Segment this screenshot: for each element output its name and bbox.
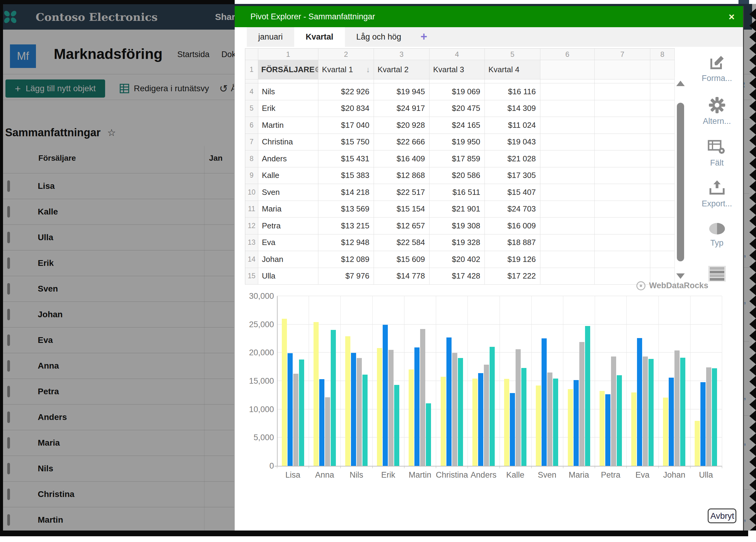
pivot-column-header[interactable]: Kvartal 2 <box>374 60 429 79</box>
grid-value-cell[interactable]: $19 308 <box>429 218 485 234</box>
bar-kvartal-2[interactable] <box>669 378 674 466</box>
cancel-button[interactable]: Avbryt <box>708 508 736 523</box>
sort-descending-icon[interactable]: ↓ <box>366 65 370 74</box>
undo-button[interactable]: ↺ Ång <box>219 79 234 98</box>
grid-value-cell[interactable]: $19 328 <box>429 234 485 251</box>
scrollbar-thumb[interactable] <box>677 103 684 261</box>
bar-kvartal-4[interactable] <box>680 358 685 466</box>
list-item[interactable]: Kalle <box>3 199 234 225</box>
grid-value-cell[interactable]: $19 945 <box>374 83 429 100</box>
grid-value-cell[interactable]: $11 024 <box>485 117 540 134</box>
grid-scrollbar[interactable] <box>674 77 686 282</box>
bar-kvartal-3[interactable] <box>293 374 298 466</box>
bar-kvartal-1[interactable] <box>695 421 700 466</box>
grid-value-cell[interactable]: $24 703 <box>485 201 540 218</box>
bar-kvartal-4[interactable] <box>299 360 304 466</box>
grid-value-cell[interactable]: $22 666 <box>374 134 429 151</box>
bar-kvartal-3[interactable] <box>420 329 425 466</box>
bar-kvartal-3[interactable] <box>611 356 616 466</box>
grid-column-number[interactable]: 8 <box>650 49 675 60</box>
drag-handle-icon[interactable] <box>7 334 10 346</box>
bar-kvartal-4[interactable] <box>362 375 368 466</box>
grid-value-cell[interactable]: $18 887 <box>485 234 540 251</box>
grid-value-cell[interactable]: $14 309 <box>485 100 540 117</box>
bar-kvartal-3[interactable] <box>706 367 711 466</box>
grid-value-cell[interactable]: $12 089 <box>318 251 374 268</box>
grid-value-cell[interactable]: $13 215 <box>318 218 374 234</box>
grid-value-cell[interactable]: $15 609 <box>374 251 429 268</box>
grid-value-cell[interactable]: $21 028 <box>485 150 540 167</box>
bar-kvartal-2[interactable] <box>319 379 324 466</box>
grid-value-cell[interactable]: $20 475 <box>429 100 485 117</box>
drag-handle-icon[interactable] <box>7 232 10 243</box>
grid-value-cell[interactable]: $15 407 <box>485 184 540 201</box>
close-icon[interactable]: × <box>729 6 735 27</box>
bar-kvartal-1[interactable] <box>568 389 573 466</box>
bar-kvartal-2[interactable] <box>478 373 483 466</box>
bar-kvartal-1[interactable] <box>377 348 382 466</box>
list-item[interactable]: Petra <box>3 379 234 405</box>
bar-kvartal-3[interactable] <box>388 350 394 466</box>
edit-in-grid-view-button[interactable]: Redigera i rutnätsvy <box>119 79 209 98</box>
bar-kvartal-2[interactable] <box>446 337 452 466</box>
grid-value-cell[interactable]: $20 928 <box>374 117 429 134</box>
nav-startsida[interactable]: Startsida <box>177 50 210 59</box>
grid-value-cell[interactable]: $19 126 <box>485 251 540 268</box>
drag-handle-icon[interactable] <box>7 180 10 192</box>
grid-name-cell[interactable]: Ulla <box>258 268 318 285</box>
toolbar-item-options[interactable]: Altern... <box>692 97 742 126</box>
drag-handle-icon[interactable] <box>7 283 10 295</box>
bar-kvartal-1[interactable] <box>600 391 605 466</box>
grid-name-cell[interactable]: Eva <box>258 234 318 251</box>
bar-kvartal-4[interactable] <box>585 326 590 466</box>
toolbar-item-export[interactable]: Export... <box>692 180 742 208</box>
bar-kvartal-2[interactable] <box>510 393 515 466</box>
toolbar-item-type[interactable]: Typ <box>692 222 742 248</box>
grid-column-number[interactable]: 4 <box>429 49 485 60</box>
bar-kvartal-2[interactable] <box>542 338 547 466</box>
favorite-star-icon[interactable]: ☆ <box>107 127 116 138</box>
bar-kvartal-1[interactable] <box>472 379 478 466</box>
list-item[interactable]: Maria <box>3 430 234 456</box>
bar-kvartal-1[interactable] <box>536 386 541 466</box>
grid-name-cell[interactable]: Martin <box>258 117 318 134</box>
list-item[interactable]: Eva <box>3 327 234 353</box>
bar-kvartal-4[interactable] <box>458 358 463 466</box>
grid-value-cell[interactable]: $15 431 <box>318 150 374 167</box>
list-item[interactable]: Johan <box>3 302 234 327</box>
grid-value-cell[interactable]: $15 383 <box>318 167 374 184</box>
grid-column-number[interactable]: 7 <box>595 49 650 60</box>
pivot-field-forsaljare[interactable]: FÖRSÄLJARE⚙ <box>258 60 318 79</box>
bar-kvartal-2[interactable] <box>605 394 610 466</box>
grid-value-cell[interactable]: $19 069 <box>429 83 485 100</box>
grid-value-cell[interactable]: $20 834 <box>318 100 374 117</box>
bar-kvartal-4[interactable] <box>712 368 717 466</box>
bar-kvartal-4[interactable] <box>394 385 399 466</box>
grid-value-cell[interactable]: $14 218 <box>318 184 374 201</box>
grid-name-cell[interactable]: Kalle <box>258 167 318 184</box>
drag-handle-icon[interactable] <box>7 206 10 218</box>
grid-value-cell[interactable]: $16 511 <box>429 184 485 201</box>
bar-kvartal-2[interactable] <box>288 353 293 466</box>
grid-value-cell[interactable]: $14 778 <box>374 268 429 285</box>
grid-value-cell[interactable]: $13 569 <box>318 201 374 218</box>
list-item[interactable]: Anders <box>3 405 234 430</box>
bar-kvartal-3[interactable] <box>325 397 330 466</box>
bar-kvartal-2[interactable] <box>637 338 642 466</box>
grid-value-cell[interactable]: $7 976 <box>318 268 374 285</box>
bar-kvartal-2[interactable] <box>383 325 388 466</box>
grid-name-cell[interactable]: Sven <box>258 184 318 201</box>
drag-handle-icon[interactable] <box>7 463 10 474</box>
list-item[interactable]: Ulla <box>3 225 234 250</box>
tab-l-g-och-h-g[interactable]: Låg och hög <box>345 27 413 47</box>
grid-value-cell[interactable]: $19 043 <box>485 134 540 151</box>
grid-name-cell[interactable]: Nils <box>258 83 318 100</box>
bar-kvartal-1[interactable] <box>663 398 668 466</box>
bar-kvartal-4[interactable] <box>490 347 495 466</box>
bar-kvartal-4[interactable] <box>617 375 622 466</box>
grid-value-cell[interactable]: $16 409 <box>374 150 429 167</box>
list-item[interactable]: Lisa <box>3 173 234 199</box>
bar-kvartal-2[interactable] <box>414 347 420 466</box>
bar-kvartal-3[interactable] <box>484 365 489 466</box>
drag-handle-icon[interactable] <box>7 360 10 372</box>
